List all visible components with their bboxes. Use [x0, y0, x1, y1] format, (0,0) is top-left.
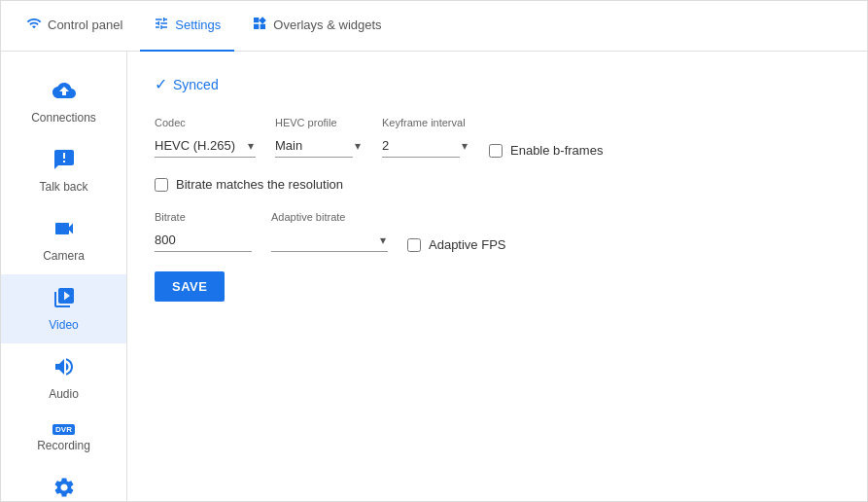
cloud-upload-icon	[52, 79, 76, 107]
adaptive-bitrate-select-wrapper: Auto Low Medium High ▾	[271, 229, 388, 252]
hevc-profile-select[interactable]: Main Main10	[275, 134, 353, 158]
codec-select[interactable]: HEVC (H.265) H.264	[155, 134, 256, 158]
tab-control-panel[interactable]: Control panel	[13, 1, 136, 52]
adaptive-bitrate-label: Adaptive bitrate	[271, 211, 388, 223]
dvr-icon-wrapper: DVR	[52, 424, 75, 435]
sidebar-item-advanced[interactable]: Advanced	[1, 464, 126, 501]
bitrate-input[interactable]	[155, 229, 252, 252]
codec-row: Codec HEVC (H.265) H.264 ▾ HEVC profile …	[155, 117, 840, 158]
bitrate-matches-resolution-label[interactable]: Bitrate matches the resolution	[176, 177, 343, 192]
keyframe-interval-label: Keyframe interval	[382, 117, 469, 128]
audio-icon	[52, 355, 76, 383]
synced-status: ✓ Synced	[155, 75, 840, 93]
control-panel-icon	[26, 16, 42, 34]
keyframe-interval-select-wrapper: 2 1 3 ▾	[382, 134, 469, 158]
video-icon	[52, 286, 76, 314]
hevc-profile-label: HEVC profile	[275, 117, 363, 128]
keyframe-interval-select[interactable]: 2 1 3	[382, 134, 460, 158]
tab-control-panel-label: Control panel	[48, 18, 122, 32]
sidebar: Connections Talk back Camera Video	[1, 52, 127, 501]
app-container: Control panel Settings Overlays & widget…	[0, 0, 868, 502]
talk-back-label: Talk back	[39, 180, 87, 194]
sidebar-item-talk-back[interactable]: Talk back	[1, 136, 126, 205]
recording-label: Recording	[37, 439, 90, 452]
codec-label: Codec	[155, 117, 256, 128]
content-area: ✓ Synced Codec HEVC (H.265) H.264 ▾	[127, 52, 867, 501]
adaptive-fps-label[interactable]: Adaptive FPS	[429, 237, 506, 252]
enable-bframes-row: Enable b-frames	[489, 143, 603, 158]
main-content: Connections Talk back Camera Video	[1, 52, 867, 501]
camera-label: Camera	[43, 249, 85, 263]
hevc-profile-arrow: ▾	[355, 139, 361, 153]
talk-back-icon	[52, 148, 76, 176]
keyframe-interval-arrow: ▾	[462, 139, 468, 153]
enable-bframes-label[interactable]: Enable b-frames	[510, 143, 603, 158]
bitrate-field: Bitrate	[155, 211, 252, 252]
save-button-container: SAVE	[155, 271, 840, 302]
bitrate-label: Bitrate	[155, 211, 252, 223]
widgets-icon	[252, 16, 267, 34]
keyframe-interval-field: Keyframe interval 2 1 3 ▾	[382, 117, 469, 158]
sidebar-item-camera[interactable]: Camera	[1, 205, 126, 274]
codec-field: Codec HEVC (H.265) H.264 ▾	[155, 117, 256, 158]
hevc-profile-field: HEVC profile Main Main10 ▾	[275, 117, 363, 158]
bitrate-row: Bitrate Adaptive bitrate Auto Low Medium…	[155, 211, 840, 252]
check-icon: ✓	[155, 75, 167, 93]
bitrate-matches-resolution-row: Bitrate matches the resolution	[155, 177, 840, 192]
gear-icon	[52, 476, 76, 501]
adaptive-bitrate-select[interactable]: Auto Low Medium High	[271, 229, 388, 252]
hevc-profile-select-wrapper: Main Main10 ▾	[275, 134, 363, 158]
adaptive-fps-checkbox[interactable]	[407, 238, 421, 252]
tab-settings[interactable]: Settings	[140, 1, 234, 52]
sidebar-item-video[interactable]: Video	[1, 274, 126, 343]
enable-bframes-checkbox[interactable]	[489, 144, 503, 158]
tab-overlays-widgets[interactable]: Overlays & widgets	[238, 1, 395, 52]
top-nav: Control panel Settings Overlays & widget…	[1, 1, 867, 52]
connections-label: Connections	[31, 111, 96, 125]
adaptive-bitrate-field: Adaptive bitrate Auto Low Medium High ▾	[271, 211, 388, 252]
camera-icon	[52, 217, 76, 245]
dvr-badge: DVR	[52, 424, 75, 435]
bitrate-matches-resolution-checkbox[interactable]	[155, 178, 168, 192]
sidebar-item-audio[interactable]: Audio	[1, 343, 126, 412]
settings-icon	[154, 16, 169, 34]
tab-settings-label: Settings	[175, 18, 221, 32]
sidebar-item-connections[interactable]: Connections	[1, 67, 126, 136]
codec-select-wrapper: HEVC (H.265) H.264 ▾	[155, 134, 256, 158]
video-label: Video	[49, 318, 78, 332]
sidebar-item-recording[interactable]: DVR Recording	[1, 412, 126, 464]
synced-label: Synced	[173, 77, 219, 92]
adaptive-fps-row: Adaptive FPS	[407, 237, 506, 252]
tab-overlays-widgets-label: Overlays & widgets	[273, 18, 381, 32]
audio-label: Audio	[49, 387, 79, 401]
save-button[interactable]: SAVE	[155, 271, 225, 302]
